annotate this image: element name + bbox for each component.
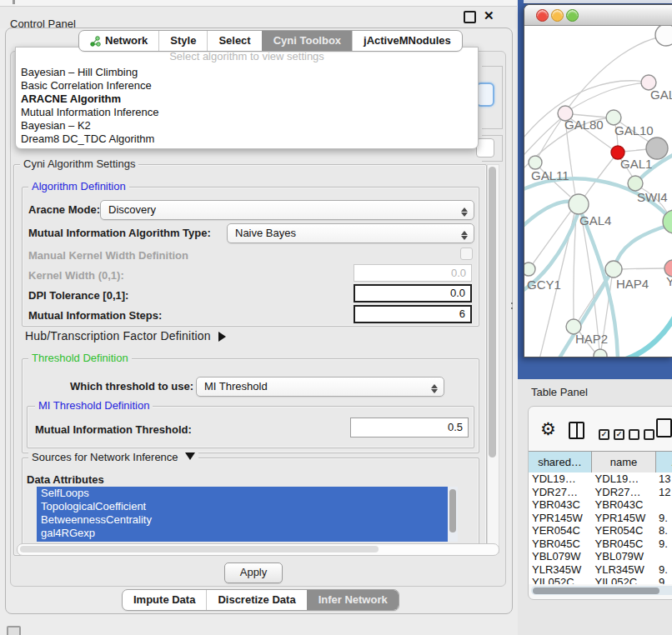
- algorithm-option[interactable]: Bayesian – Hill Climbing: [16, 66, 478, 79]
- aracne-mode-label: Aracne Mode:: [28, 203, 100, 216]
- table-cell: YLR345W: [529, 563, 592, 576]
- tab-infer-network-label: Infer Network: [318, 590, 388, 610]
- list-scrollbar-track[interactable]: [448, 487, 458, 542]
- table-row[interactable]: YDL19…YDL19…13: [529, 472, 672, 486]
- algorithm-option[interactable]: Mutual Information Inference: [16, 106, 478, 119]
- tab-jactivemnodules[interactable]: jActiveMNodules: [352, 31, 462, 51]
- table-row[interactable]: YER054CYER054C8.: [529, 524, 672, 538]
- network-node[interactable]: [646, 138, 668, 159]
- which-threshold-combo[interactable]: MI Threshold: [196, 377, 444, 397]
- table-row[interactable]: YDR27…YDR27…12: [529, 486, 672, 499]
- settings-vertical-scrollbar-thumb[interactable]: [489, 167, 496, 458]
- table-body: YDL19…YDL19…13YDR27…YDR27…12YBR043CYBR04…: [529, 472, 672, 584]
- tab-impute-data[interactable]: Impute Data: [123, 590, 206, 610]
- mi-algorithm-type-value: Naive Bayes: [235, 227, 296, 239]
- columns-icon[interactable]: [569, 422, 584, 439]
- mi-steps-field[interactable]: 6: [354, 305, 472, 323]
- screen: { "control_panel": { "title": "Control P…: [0, 0, 672, 635]
- tab-infer-network[interactable]: Infer Network: [307, 590, 399, 610]
- table-horizontal-scrollbar-thumb[interactable]: [533, 588, 659, 594]
- combo-arrows-icon: [461, 228, 468, 239]
- select-all-icon[interactable]: ✓ ✓: [599, 429, 624, 440]
- table-cell: YBR045C: [592, 538, 656, 550]
- hidden-focused-combo-fragment: [476, 82, 494, 107]
- combo-arrows-icon: [461, 204, 468, 216]
- network-node[interactable]: [529, 156, 542, 169]
- column-header[interactable]: shared…: [529, 452, 592, 472]
- zoom-traffic-light-icon[interactable]: [566, 9, 579, 22]
- mi-threshold-field[interactable]: 0.5: [350, 418, 469, 438]
- table-cell: 9.: [655, 563, 672, 576]
- hub-section-label: Hub/Transcription Factor Definition: [25, 329, 211, 342]
- tab-discretize-data[interactable]: Discretize Data: [206, 590, 306, 610]
- apply-button[interactable]: Apply: [224, 562, 283, 583]
- aracne-mode-value: Discovery: [108, 203, 156, 216]
- float-window-icon[interactable]: [464, 11, 476, 23]
- table-cell: YBR043C: [529, 498, 592, 511]
- table-panel: Table Panel ⚙ ✓ ✓ shared…nameA YDL19…YDL…: [518, 379, 672, 635]
- attribute-list-item[interactable]: BetweennessCentrality: [37, 513, 448, 527]
- network-node-label: GAL1: [620, 157, 652, 171]
- network-node[interactable]: [605, 261, 622, 278]
- attribute-list-item[interactable]: SelfLoops: [37, 487, 448, 500]
- settings-horizontal-scrollbar[interactable]: [17, 543, 499, 556]
- table-row[interactable]: YIL052CYIL052C9: [529, 576, 672, 584]
- settings-horizontal-scrollbar-thumb[interactable]: [20, 546, 379, 552]
- document-icon[interactable]: [656, 418, 672, 438]
- data-attributes-list[interactable]: SelfLoopsTopologicalCoefficientBetweenne…: [37, 487, 458, 542]
- close-icon[interactable]: ✕: [484, 8, 494, 23]
- table-row[interactable]: YBR045CYBR045C9.: [529, 538, 672, 551]
- network-node-label: GAL7: [650, 88, 672, 102]
- network-tab-icon: [90, 36, 101, 47]
- column-header[interactable]: name: [592, 452, 656, 472]
- gear-icon[interactable]: ⚙: [540, 420, 556, 438]
- tab-style[interactable]: Style: [158, 31, 207, 51]
- algorithm-select-popup: Select algorithm to view settings Bayesi…: [15, 47, 479, 149]
- network-node[interactable]: [628, 176, 643, 191]
- window-top-edge: [0, 0, 517, 7]
- list-scrollbar-thumb[interactable]: [449, 489, 456, 532]
- mi-algorithm-type-combo[interactable]: Naive Bayes: [227, 223, 474, 243]
- table-row[interactable]: YLR345WYLR345W9.: [529, 563, 672, 577]
- tab-select[interactable]: Select: [207, 31, 261, 51]
- cyni-bottom-tabs: Impute Data Discretize Data Infer Networ…: [122, 589, 399, 611]
- table-horizontal-scrollbar[interactable]: [531, 586, 672, 595]
- algorithm-option[interactable]: Basic Correlation Inference: [16, 79, 478, 92]
- dock-grip-icon[interactable]: [7, 626, 21, 635]
- network-node[interactable]: [569, 194, 589, 214]
- attribute-list-item[interactable]: TopologicalCoefficient: [37, 500, 448, 513]
- sources-toggle[interactable]: Sources for Network Inference: [28, 452, 198, 465]
- deselect-all-icon[interactable]: [629, 429, 654, 440]
- network-node[interactable]: [524, 262, 535, 276]
- network-window-titlebar[interactable]: [524, 5, 672, 26]
- network-node-label: GAL11: [531, 168, 569, 182]
- tab-discretize-data-label: Discretize Data: [218, 590, 295, 610]
- algorithm-option[interactable]: Bayesian – K2: [16, 119, 478, 132]
- algorithm-option[interactable]: Dream8 DC_TDC Algorithm: [16, 132, 478, 146]
- hub-section-toggle[interactable]: Hub/Transcription Factor Definition: [25, 329, 231, 342]
- network-node[interactable]: [655, 26, 672, 46]
- network-canvas[interactable]: GAL7GAL80GAL10GAL1GAL11SWI4GAL4GCY1HAP4Y…: [524, 26, 672, 357]
- network-node-label: Y: [666, 274, 672, 288]
- tab-cyni-toolbox[interactable]: Cyni Toolbox: [262, 31, 352, 51]
- split-pane-handle[interactable]: [510, 302, 514, 310]
- minimize-traffic-light-icon[interactable]: [551, 9, 564, 22]
- table-row[interactable]: YBR043CYBR043C: [529, 498, 672, 512]
- settings-vertical-scrollbar[interactable]: [487, 164, 499, 553]
- table-cell: 9.: [655, 512, 672, 524]
- sources-label: Sources for Network Inference: [32, 451, 178, 463]
- network-node-label: GAL10: [614, 123, 654, 138]
- tab-network[interactable]: Network: [79, 31, 158, 51]
- column-header[interactable]: A: [656, 452, 672, 472]
- dpi-tolerance-field[interactable]: 0.0: [354, 284, 472, 302]
- table-row[interactable]: YPR145WYPR145W9.: [529, 512, 672, 525]
- close-traffic-light-icon[interactable]: [536, 9, 549, 22]
- table-row[interactable]: YBL079WYBL079W: [529, 550, 672, 563]
- threshold-definition-label: Threshold Definition: [28, 352, 132, 364]
- kernel-width-field[interactable]: 0.0: [354, 264, 472, 282]
- network-node[interactable]: [594, 349, 607, 357]
- attribute-list-item[interactable]: gal4RGexp: [37, 527, 448, 540]
- algorithm-option[interactable]: ARACNE Algorithm: [16, 92, 478, 106]
- aracne-mode-combo[interactable]: Discovery: [100, 200, 474, 220]
- manual-kernel-checkbox[interactable]: [460, 248, 473, 260]
